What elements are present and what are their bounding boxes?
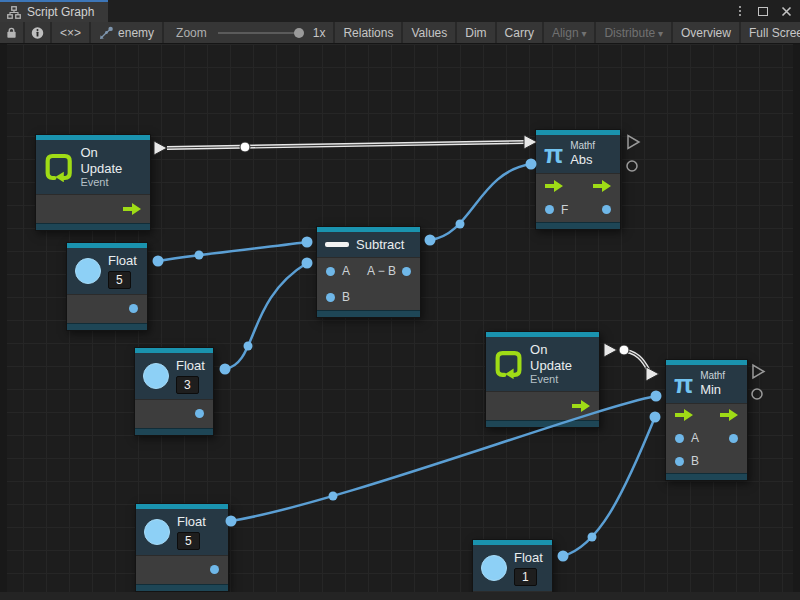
flow-output-port[interactable]	[572, 400, 590, 412]
zoom-value: 1x	[313, 26, 326, 40]
port-label-b: B	[342, 290, 350, 304]
canvas-edge-right	[793, 44, 800, 600]
node-title: Float	[514, 550, 543, 566]
button-label: Overview	[681, 26, 731, 40]
maximize-button[interactable]	[755, 3, 771, 19]
node-header: π Mathf Min	[666, 365, 747, 403]
node-float-1[interactable]: Float 1	[472, 539, 553, 600]
flow-output-port[interactable]	[123, 203, 141, 215]
float-icon	[144, 519, 170, 545]
input-port-a[interactable]	[326, 267, 335, 276]
output-port[interactable]	[602, 205, 611, 214]
node-mathf-min[interactable]: π Mathf Min A B	[665, 359, 748, 481]
node-footer	[536, 222, 620, 229]
value-output-port[interactable]	[210, 565, 219, 574]
canvas-edge-left	[0, 44, 7, 600]
value-output-port[interactable]	[129, 304, 138, 313]
float-value-field[interactable]: 5	[177, 532, 200, 550]
node-header: π Mathf Abs	[536, 135, 620, 173]
node-title: On Update	[80, 145, 142, 176]
kebab-menu-icon	[739, 6, 741, 16]
info-button[interactable]	[25, 22, 50, 43]
node-float-3[interactable]: Float 3	[134, 347, 214, 436]
node-footer	[666, 473, 747, 480]
float-icon	[75, 258, 101, 284]
on-update-loop-icon	[494, 349, 523, 379]
node-header: Float 5	[136, 509, 228, 555]
node-title: Float	[108, 253, 137, 269]
tab-script-graph[interactable]: Script Graph	[0, 0, 108, 22]
node-on-update-1[interactable]: On Update Event	[35, 134, 151, 231]
output-port[interactable]	[729, 434, 738, 443]
node-on-update-2[interactable]: On Update Event	[485, 331, 600, 428]
fullscreen-button[interactable]: Full Screen	[741, 22, 800, 43]
distribute-dropdown[interactable]: Distribute	[596, 22, 671, 43]
canvas-edge-bottom	[0, 592, 800, 600]
port-label-f: F	[561, 203, 568, 217]
zoom-slider-handle[interactable]	[294, 28, 304, 38]
lock-button[interactable]	[0, 22, 23, 43]
float-icon	[143, 363, 169, 389]
node-footer	[136, 584, 228, 591]
node-title: Float	[176, 358, 205, 374]
float-value-field[interactable]: 1	[514, 568, 537, 586]
button-label: Dim	[465, 26, 486, 40]
node-header: Subtract	[317, 232, 420, 257]
zoom-label: Zoom	[176, 26, 207, 40]
node-title: On Update	[530, 342, 591, 373]
input-port-b[interactable]	[326, 293, 335, 302]
node-footer	[67, 323, 147, 330]
value-output-port[interactable]	[195, 409, 204, 418]
button-label: Values	[411, 26, 447, 40]
align-dropdown[interactable]: Align	[544, 22, 595, 43]
node-header: On Update Event	[36, 140, 150, 194]
input-port-b[interactable]	[675, 457, 684, 466]
tab-title: Script Graph	[27, 5, 94, 19]
node-category: Mathf	[570, 140, 595, 152]
close-button[interactable]	[778, 3, 794, 19]
code-view-label: <×>	[60, 26, 81, 40]
graph-hierarchy-icon	[7, 6, 21, 19]
button-label: Align	[552, 26, 587, 40]
node-title: Float	[177, 514, 206, 530]
node-footer	[36, 223, 150, 230]
output-port[interactable]	[402, 267, 411, 276]
mathf-pi-icon: π	[674, 371, 693, 397]
node-subtract[interactable]: Subtract A A − B B	[316, 226, 421, 318]
button-label: Full Screen	[749, 26, 800, 40]
graph-breadcrumb[interactable]: enemy	[91, 22, 162, 43]
node-header: On Update Event	[486, 337, 599, 391]
node-title: Min	[700, 382, 721, 398]
values-button[interactable]: Values	[403, 22, 455, 43]
input-port-a[interactable]	[675, 434, 684, 443]
window-menu-button[interactable]	[732, 3, 748, 19]
subtract-icon	[325, 242, 349, 247]
node-float-5-lower[interactable]: Float 5	[135, 503, 229, 592]
button-label: Distribute	[604, 26, 663, 40]
node-float-5-upper[interactable]: Float 5	[66, 242, 148, 331]
float-value-field[interactable]: 3	[176, 376, 199, 394]
flow-input-port[interactable]	[675, 409, 693, 421]
flow-input-port[interactable]	[545, 180, 563, 192]
port-label-out: A − B	[367, 264, 396, 278]
node-header: Float 5	[67, 248, 147, 294]
graph-icon	[99, 26, 113, 40]
close-icon	[781, 6, 792, 17]
input-port-f[interactable]	[545, 205, 554, 214]
float-value-field[interactable]: 5	[108, 271, 131, 289]
graph-canvas[interactable]: On Update Event Float 5	[0, 44, 800, 600]
node-mathf-abs[interactable]: π Mathf Abs F	[535, 129, 621, 230]
dim-button[interactable]: Dim	[457, 22, 494, 43]
zoom-slider[interactable]	[218, 32, 302, 34]
relations-button[interactable]: Relations	[335, 22, 401, 43]
carry-button[interactable]: Carry	[497, 22, 542, 43]
code-view-button[interactable]: <×>	[52, 22, 89, 43]
button-label: Carry	[505, 26, 534, 40]
node-header: Float 1	[473, 545, 552, 591]
node-footer	[486, 420, 599, 427]
graph-name: enemy	[118, 26, 154, 40]
port-label-b: B	[691, 454, 699, 468]
overview-button[interactable]: Overview	[673, 22, 739, 43]
flow-output-port[interactable]	[720, 409, 738, 421]
flow-output-port[interactable]	[593, 180, 611, 192]
